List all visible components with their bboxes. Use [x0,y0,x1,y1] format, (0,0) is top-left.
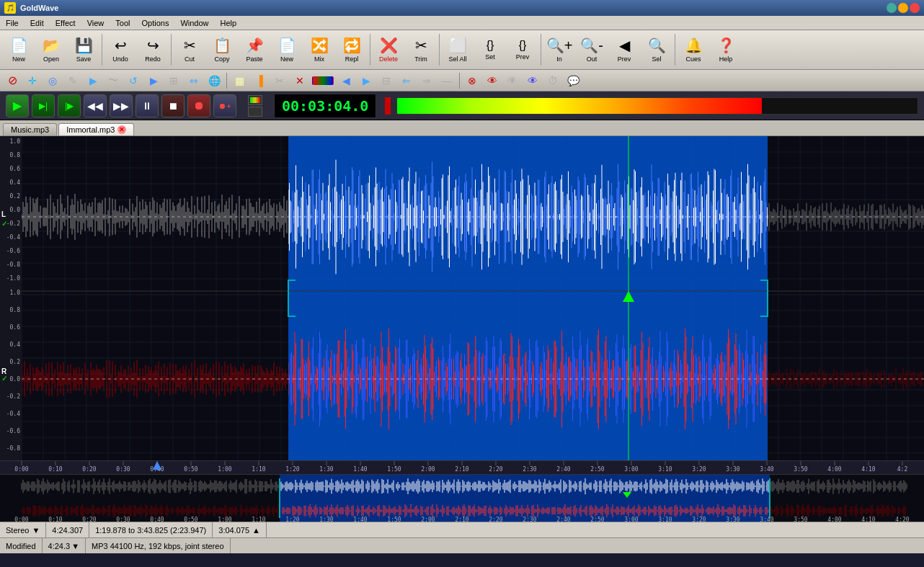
help-button[interactable]: ❓ Help [710,32,742,68]
tb2-spectrum-icon[interactable]: ▦ [230,72,249,89]
record-more-button[interactable]: ⏺+ [213,94,236,117]
delete-button[interactable]: ❌ Delete [373,32,404,68]
tb2-eye2-icon[interactable]: 👁 [503,72,522,89]
tab-immortal-close[interactable]: ✕ [117,125,126,134]
repl-button[interactable]: 🔁 Repl [336,32,368,68]
tb2-move-icon[interactable]: ✛ [23,72,42,89]
tb2-split-icon[interactable]: ⊟ [377,72,396,89]
cues-button[interactable]: 🔔 Cues [678,32,709,68]
tab-music[interactable]: Music.mp3 [3,123,57,135]
help-icon: ❓ [717,37,735,54]
tb2-block-icon[interactable]: ⊗ [463,72,481,89]
tb2-clock-icon[interactable]: ⏱ [543,72,562,89]
play-selection-button[interactable]: ▶| [32,94,55,117]
tb2-bars-icon[interactable]: ▐ [250,72,269,89]
tb2-minus-icon[interactable]: — [437,72,456,89]
format-field: MP3 44100 Hz, 192 kbps, joint stereo [86,538,230,553]
cues-label: Cues [685,55,701,63]
maximize-button[interactable] [898,3,908,13]
timeline-canvas [0,461,924,475]
tb2-select-icon[interactable]: ◎ [43,72,62,89]
tb2-chat-icon[interactable]: 💬 [564,72,582,89]
zoomin-icon: 🔍+ [546,37,573,54]
undo-button[interactable]: ↩ Undo [105,32,136,68]
open-button[interactable]: 📂 Open [35,32,67,68]
menu-tool[interactable]: Tool [110,17,136,29]
menu-edit[interactable]: Edit [25,17,50,29]
waveform-canvas[interactable] [0,136,924,460]
volume-meter [396,97,918,115]
play-button[interactable]: ▶ [6,94,29,117]
tb2-sep-1 [226,73,227,89]
zoom-prev-button[interactable]: ◀ Prev [608,32,640,68]
position-dropdown-icon[interactable]: ▲ [252,526,260,535]
trim-label: Trim [414,55,427,63]
zoomout-button[interactable]: 🔍- Out [576,32,608,68]
prev-button[interactable]: {} Prev [507,32,538,68]
tb2-loop-icon[interactable]: ↺ [124,72,143,89]
zoomin-button[interactable]: 🔍+ In [543,32,575,68]
menu-view[interactable]: View [81,17,110,29]
stop-button[interactable]: ⏹ [161,94,185,117]
play-to-button[interactable]: |▶ [58,94,81,117]
tb2-arrow-icon[interactable]: ▶ [144,72,163,89]
mix-label: Mix [314,55,324,63]
close-button[interactable] [910,3,920,13]
pause-button[interactable]: ⏸ [136,94,159,117]
repl-icon: 🔁 [343,37,361,54]
zoomout-icon: 🔍- [580,37,603,54]
menu-help[interactable]: Help [215,17,243,29]
set-button[interactable]: {} Set [474,32,506,68]
file-tabs: Music.mp3 Immortal.mp3 ✕ [0,120,924,136]
menu-effect[interactable]: Effect [50,17,81,29]
tb2-play-sel-icon[interactable]: ▶ [84,72,102,89]
main-toolbar: 📄 New 📂 Open 💾 Save ↩ Undo ↪ Redo ✂ Cut … [0,30,924,70]
mix-button[interactable]: 🔀 Mix [303,32,335,68]
minimize-button[interactable] [887,3,897,13]
tb2-forward-icon[interactable]: ⇒ [417,72,436,89]
tb2-wave-icon[interactable]: 〜 [104,72,123,89]
menu-window[interactable]: Window [174,17,214,29]
delete-icon: ❌ [380,37,398,54]
menu-options[interactable]: Options [136,17,174,29]
title-text: GoldWave [20,4,887,12]
sel-zoom-button[interactable]: 🔍 Sel [641,32,672,68]
stereo-dropdown-icon[interactable]: ▼ [32,526,40,535]
tb2-right-arrow-icon[interactable]: ▶ [357,72,376,89]
time-dropdown-icon[interactable]: ▼ [71,542,79,550]
menu-file[interactable]: File [0,17,25,29]
paste-button[interactable]: 📌 Paste [239,32,270,68]
tb2-crop-icon[interactable]: ⊞ [164,72,183,89]
fast-forward-button[interactable]: ▶▶ [110,94,133,117]
record-button[interactable]: ⏺ [187,94,210,117]
tb2-globe-icon[interactable]: 🌐 [205,72,223,89]
tb2-pencil-icon[interactable]: ✎ [63,72,82,89]
toolbar-sep-4 [439,34,440,66]
rewind-button[interactable]: ◀◀ [84,94,107,117]
copy-button[interactable]: 📋 Copy [206,32,238,68]
tb2-left-arrow-icon[interactable]: ◀ [337,72,355,89]
save-button[interactable]: 💾 Save [68,32,99,68]
tb2-x-icon[interactable]: ✕ [290,72,309,89]
stereo-label: Stereo [6,526,29,535]
selall-button[interactable]: ⬜ Sel All [442,32,474,68]
new2-button[interactable]: 📄 New [271,32,303,68]
tb2-eye3-icon[interactable]: 👁 [523,72,542,89]
overview-area[interactable] [0,475,924,522]
cut-button[interactable]: ✂ Cut [174,32,205,68]
tb2-reverse-icon[interactable]: ⇐ [397,72,416,89]
tb2-color-icon[interactable] [312,76,334,85]
time-alt-label: 4:24.3 [48,542,71,550]
toolbar-sep-5 [541,34,541,66]
trim-button[interactable]: ✂ Trim [405,32,437,68]
timeline-bar[interactable] [0,460,924,475]
tb2-stop-icon[interactable]: ⊘ [3,72,22,89]
prev-label: Prev [516,53,530,61]
open-icon: 📂 [43,37,61,54]
tb2-eye1-icon[interactable]: 👁 [483,72,502,89]
redo-button[interactable]: ↪ Redo [137,32,169,68]
tab-immortal[interactable]: Immortal.mp3 ✕ [58,123,134,135]
tb2-scissors-icon[interactable]: ✂ [270,72,289,89]
new-button[interactable]: 📄 New [3,32,35,68]
tb2-expand-icon[interactable]: ⇔ [185,72,203,89]
